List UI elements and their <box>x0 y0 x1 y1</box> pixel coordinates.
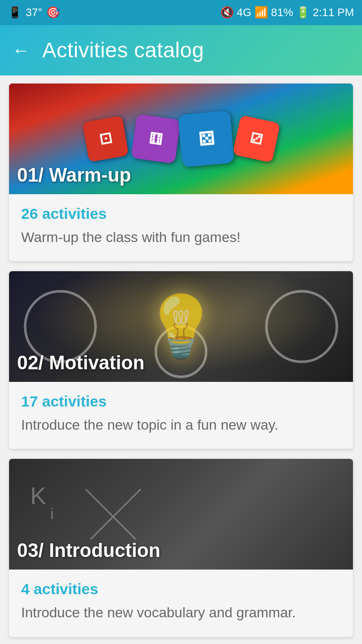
card-motivation-body: 17 activities Introduce the new topic in… <box>9 382 353 449</box>
toolbar: ← Activities catalog <box>0 25 362 75</box>
card-introduction-title: 03/ Introduction <box>17 540 160 561</box>
die-blue: ⚄ <box>178 111 235 168</box>
die-red: ⚀ <box>82 116 129 163</box>
die-purple: ⚅ <box>131 114 180 164</box>
card-motivation[interactable]: 💡 02/ Motivation 17 activities Introduce… <box>9 271 353 449</box>
page-title: Activities catalog <box>42 38 204 62</box>
card-motivation-title: 02/ Motivation <box>17 352 144 374</box>
battery-percent: 81% <box>271 6 293 19</box>
motivation-description: Introduce the new topic in a fun new way… <box>21 415 341 435</box>
card-warmup[interactable]: ⚀ ⚅ ⚄ ⚂ 01/ Warm-up 26 activities Warm-u… <box>9 84 353 261</box>
phone-icon: 📱 <box>8 6 22 19</box>
status-bar: 📱 37° 🎯 🔇 4G 📶 81% 🔋 2:11 PM <box>0 0 362 25</box>
time: 2:11 PM <box>313 6 354 19</box>
status-right: 🔇 4G 📶 81% 🔋 2:11 PM <box>220 6 354 19</box>
svg-text:K: K <box>30 482 46 509</box>
card-introduction-image: K i 03/ Introduction <box>9 459 353 570</box>
bulb-icon: 💡 <box>143 291 219 362</box>
status-left: 📱 37° 🎯 <box>8 6 60 19</box>
signal-bars-icon: 📶 <box>254 6 268 19</box>
svg-line-5 <box>85 489 136 539</box>
svg-point-1 <box>266 291 337 362</box>
card-warmup-body: 26 activities Warm-up the class with fun… <box>9 194 353 261</box>
back-button[interactable]: ← <box>12 40 30 61</box>
warmup-activities-count: 26 activities <box>21 205 341 222</box>
card-warmup-title: 01/ Warm-up <box>17 165 131 186</box>
die-red2: ⚂ <box>233 115 281 163</box>
svg-point-0 <box>25 291 96 362</box>
content-area: ⚀ ⚅ ⚄ ⚂ 01/ Warm-up 26 activities Warm-u… <box>0 75 362 644</box>
card-warmup-image: ⚀ ⚅ ⚄ ⚂ 01/ Warm-up <box>9 84 353 194</box>
mute-icon: 🔇 <box>220 6 234 19</box>
motivation-activities-count: 17 activities <box>21 393 341 410</box>
svg-point-2 <box>156 327 206 377</box>
target-icon: 🎯 <box>46 6 60 19</box>
card-motivation-image: 💡 02/ Motivation <box>9 271 353 382</box>
introduction-description: Introduce the new vocabulary and grammar… <box>21 603 341 622</box>
battery-temp: 37° <box>26 6 42 19</box>
signal-label: 4G <box>237 6 251 19</box>
battery-icon: 🔋 <box>296 6 310 19</box>
svg-line-6 <box>90 489 141 539</box>
svg-text:i: i <box>50 505 54 523</box>
card-introduction[interactable]: K i 03/ Introduction 4 activities Introd… <box>9 459 353 636</box>
warmup-description: Warm-up the class with fun games! <box>21 227 341 247</box>
introduction-activities-count: 4 activities <box>21 581 341 598</box>
card-introduction-body: 4 activities Introduce the new vocabular… <box>9 570 353 636</box>
